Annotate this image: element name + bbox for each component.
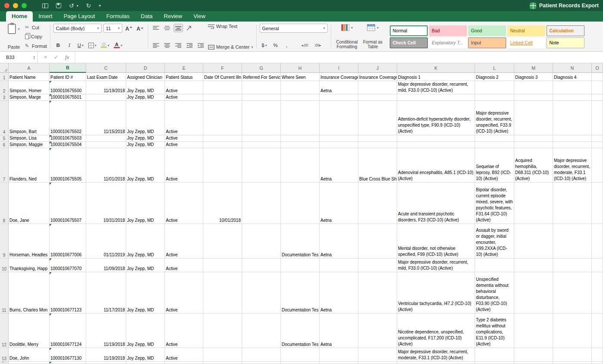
- cell-F7[interactable]: [203, 148, 242, 183]
- cell-D10[interactable]: Joy Zepp, MD: [126, 258, 165, 272]
- cell-C4[interactable]: 11/15/2018: [86, 101, 126, 135]
- cell-H7[interactable]: [281, 148, 320, 183]
- col-header-K[interactable]: K: [397, 63, 475, 73]
- cell-style-good[interactable]: Good: [468, 25, 506, 36]
- cell-L7[interactable]: Sequelae of leprosy, B92 (ICD-10) (Activ…: [475, 148, 514, 183]
- close-window-button[interactable]: [4, 3, 9, 8]
- cell-B7[interactable]: 1000010675505: [50, 148, 86, 183]
- cell-E4[interactable]: Active: [165, 101, 203, 135]
- cell-O4[interactable]: [592, 101, 603, 135]
- cell-E6[interactable]: Active: [165, 142, 203, 148]
- decrease-font-size-button[interactable]: A: [135, 24, 145, 33]
- cell-K12[interactable]: Nicotine dependence, unspecified, uncomp…: [397, 314, 475, 348]
- col-header-E[interactable]: E: [165, 63, 203, 73]
- cell-N12[interactable]: [553, 314, 592, 348]
- col-header-C[interactable]: C: [86, 63, 126, 73]
- increase-indent-button[interactable]: [196, 41, 205, 50]
- cell-N7[interactable]: Major depressive disorder, recurrent, mo…: [553, 148, 592, 183]
- cell-L5[interactable]: [475, 135, 514, 142]
- cell-M11[interactable]: [514, 272, 553, 314]
- cell-G3[interactable]: [242, 94, 281, 101]
- row-header-10[interactable]: 10: [0, 258, 9, 272]
- cell-A5[interactable]: Simpson, Lisa: [9, 135, 50, 142]
- cell-F11[interactable]: [203, 272, 242, 314]
- cell-C6[interactable]: [86, 142, 126, 148]
- cell-N8[interactable]: [553, 183, 592, 224]
- cell-N13[interactable]: [553, 348, 592, 362]
- cell-I10[interactable]: [320, 258, 358, 272]
- cell-G10[interactable]: [242, 258, 281, 272]
- number-format-select[interactable]: General ▾: [260, 24, 328, 33]
- cell-J5[interactable]: [358, 135, 397, 142]
- underline-button[interactable]: U▾: [76, 41, 85, 50]
- cell-D13[interactable]: Joy Zepp, MD: [126, 348, 165, 362]
- cell-A11[interactable]: Burns, Charles Mon: [9, 272, 50, 314]
- cell-B14[interactable]: [50, 362, 86, 364]
- cell-M14[interactable]: [514, 362, 553, 364]
- cell-H4[interactable]: [281, 101, 320, 135]
- col-header-I[interactable]: I: [320, 63, 358, 73]
- cell-K4[interactable]: Attention-deficit hyperactivity disorder…: [397, 101, 475, 135]
- cell-I11[interactable]: Aetna: [320, 272, 358, 314]
- cell-D2[interactable]: Joy Zepp, MD: [126, 81, 165, 94]
- col-header-A[interactable]: A: [9, 63, 50, 73]
- cell-N11[interactable]: [553, 272, 592, 314]
- cell-J4[interactable]: [358, 101, 397, 135]
- cell-C5[interactable]: [86, 135, 126, 142]
- cell-K1[interactable]: Diagnosis 1: [397, 73, 475, 81]
- tab-insert[interactable]: Insert: [33, 11, 58, 22]
- cell-K11[interactable]: Ventricular tachycardia, I47.2 (ICD-10) …: [397, 272, 475, 314]
- format-as-table-button[interactable]: ▾ Format as Table: [360, 24, 386, 50]
- text-orientation-button[interactable]: [185, 24, 194, 32]
- cell-G4[interactable]: [242, 101, 281, 135]
- cell-K10[interactable]: Major depressive disorder, recurrent, mi…: [397, 258, 475, 272]
- redo-icon[interactable]: ↻: [86, 3, 91, 9]
- col-header-J[interactable]: J: [358, 63, 397, 73]
- cell-B8[interactable]: 1000010675507: [50, 183, 86, 224]
- cell-L9[interactable]: Assault by sword or dagger, initial enco…: [475, 224, 514, 258]
- borders-button[interactable]: ▾: [87, 41, 98, 50]
- cell-K7[interactable]: Adenoviral encephalitis, A85.1 (ICD-10) …: [397, 148, 475, 183]
- row-header-8[interactable]: 8: [0, 183, 9, 224]
- cell-B10[interactable]: 1000010677070: [50, 258, 86, 272]
- cell-B1[interactable]: Patient ID #: [50, 73, 86, 81]
- cell-A4[interactable]: Simpson, Bart: [9, 101, 50, 135]
- font-color-button[interactable]: A ▾: [112, 41, 124, 50]
- italic-button[interactable]: I: [65, 41, 74, 50]
- cell-J6[interactable]: [358, 142, 397, 148]
- row-header-3[interactable]: 3: [0, 94, 9, 101]
- select-all-corner[interactable]: [0, 63, 9, 73]
- cell-C13[interactable]: 11/19/2018: [86, 348, 126, 362]
- cell-M7[interactable]: Acquired hemophilia, D68.311 (ICD-10) (A…: [514, 148, 553, 183]
- align-center-button[interactable]: [162, 41, 172, 50]
- align-right-button[interactable]: [174, 41, 183, 50]
- cell-J10[interactable]: [358, 258, 397, 272]
- cell-L13[interactable]: [475, 348, 514, 362]
- row-header-13[interactable]: 13: [0, 348, 9, 362]
- confirm-entry-icon[interactable]: ✓: [54, 54, 58, 60]
- row-header-2[interactable]: 2: [0, 81, 9, 94]
- cell-F12[interactable]: [203, 314, 242, 348]
- cell-D6[interactable]: Joy Zepp, MD: [126, 142, 165, 148]
- cell-K3[interactable]: [397, 94, 475, 101]
- cell-E9[interactable]: Active: [165, 224, 203, 258]
- name-box-spinner[interactable]: ▴▾: [34, 55, 35, 59]
- cell-H8[interactable]: [281, 183, 320, 224]
- cell-B4[interactable]: 1000010675502: [50, 101, 86, 135]
- cell-E7[interactable]: Active: [165, 148, 203, 183]
- increase-decimal-button[interactable]: ◂.00: [299, 41, 311, 50]
- row-header-4[interactable]: 4: [0, 101, 9, 135]
- cell-N10[interactable]: [553, 258, 592, 272]
- currency-format-button[interactable]: $▾: [260, 41, 269, 50]
- tab-formulas[interactable]: Formulas: [101, 11, 135, 22]
- col-header-D[interactable]: D: [126, 63, 165, 73]
- cell-I5[interactable]: [320, 135, 358, 142]
- cell-E11[interactable]: Active: [165, 272, 203, 314]
- col-header-H[interactable]: H: [281, 63, 320, 73]
- cell-N5[interactable]: [553, 135, 592, 142]
- cell-E2[interactable]: Active: [165, 81, 203, 94]
- cell-G5[interactable]: [242, 135, 281, 142]
- cell-L14[interactable]: [475, 362, 514, 364]
- cell-J12[interactable]: [358, 314, 397, 348]
- tab-view[interactable]: View: [188, 11, 211, 22]
